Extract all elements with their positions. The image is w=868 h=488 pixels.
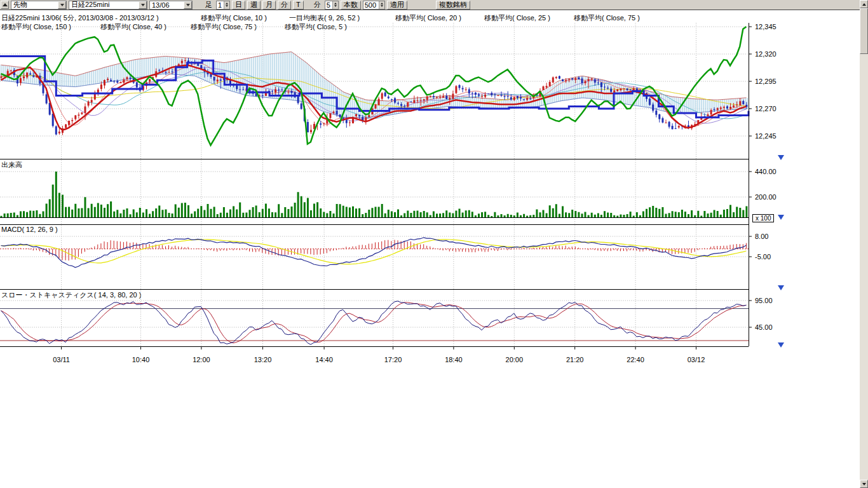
green-ma-line xyxy=(1,27,747,146)
x-axis-label: 03/11 xyxy=(53,356,70,363)
spinner-arrows-icon[interactable] xyxy=(224,1,229,9)
stoch-pane-toggle-icon[interactable] xyxy=(778,342,784,348)
y-axis-label: 12,295 xyxy=(755,78,776,85)
y-axis-label: 12,320 xyxy=(755,50,776,58)
apply-button[interactable]: 適用 xyxy=(387,1,407,10)
volume-scale-badge: x 100 xyxy=(752,214,774,222)
apply-count-value: 500 xyxy=(363,1,379,9)
scroll-down-button[interactable] xyxy=(860,480,868,488)
instrument-type-dropdown[interactable]: 先物 xyxy=(11,1,67,10)
period-minute-button[interactable]: 分 xyxy=(278,1,291,10)
bars-value: 5 xyxy=(325,1,332,9)
y-axis-label: 45.00 xyxy=(755,323,773,331)
period-month-button[interactable]: 月 xyxy=(262,1,276,10)
contract-month-dropdown[interactable]: 13/06 xyxy=(149,1,193,10)
x-axis-label: 21:20 xyxy=(566,356,584,363)
x-axis-label: 14:40 xyxy=(315,356,333,363)
bars-count-button[interactable]: 本数 xyxy=(341,1,361,10)
chevron-down-icon xyxy=(184,1,192,9)
toolbar: 先物 日経225mini 13/06 足 1 日 週 月 分 T 分 5 本数 … xyxy=(0,0,860,10)
macd-pane-toggle-icon[interactable] xyxy=(778,285,784,290)
chevron-down-icon xyxy=(58,1,66,9)
y-axis-label: 95.00 xyxy=(755,297,773,304)
macd-line xyxy=(1,238,747,268)
y-axis-label: 8.00 xyxy=(755,233,768,240)
y-axis-label: 200.00 xyxy=(755,193,776,201)
spinner-arrows-icon[interactable] xyxy=(379,1,384,9)
spinner-arrows-icon[interactable] xyxy=(332,1,338,9)
arrow-down-icon xyxy=(862,483,866,485)
grip-button[interactable] xyxy=(1,1,9,9)
unit-label: 分 xyxy=(312,0,323,10)
multi-symbol-button[interactable]: 複数銘柄 xyxy=(436,1,470,10)
x-axis-label: 22:40 xyxy=(627,356,644,363)
scroll-up-button[interactable] xyxy=(860,0,868,8)
chevron-down-icon xyxy=(139,1,147,9)
x-axis-label: 17:20 xyxy=(384,356,402,363)
volume-bars xyxy=(1,172,747,217)
symbol-value: 日経225mini xyxy=(71,0,110,10)
bars-spinner[interactable]: 5 xyxy=(325,1,339,10)
x-axis-label: 03/12 xyxy=(688,356,705,363)
volume-pane-toggle-icon[interactable] xyxy=(778,215,784,220)
candles-up xyxy=(1,60,742,133)
x-axis-label: 18:40 xyxy=(445,356,463,363)
vertical-scrollbar[interactable] xyxy=(860,0,868,488)
scrollbar-thumb[interactable] xyxy=(860,8,868,54)
macd-histogram xyxy=(1,240,747,261)
x-axis-label: 13:20 xyxy=(254,356,272,363)
bar-type-label: 足 xyxy=(203,0,214,10)
period-tick-button[interactable]: T xyxy=(293,1,304,10)
y-axis-label: 12,345 xyxy=(755,23,776,30)
y-axis-label: -5.00 xyxy=(755,253,771,261)
y-axis-label: 440.00 xyxy=(755,168,776,175)
period-day-button[interactable]: 日 xyxy=(232,1,245,10)
y-axis-label: 12,245 xyxy=(755,132,776,140)
interval-value: 1 xyxy=(217,1,224,9)
period-week-button[interactable]: 週 xyxy=(247,1,261,10)
x-axis-label: 12:00 xyxy=(193,356,210,363)
symbol-dropdown[interactable]: 日経225mini xyxy=(69,1,147,10)
interval-spinner[interactable]: 1 xyxy=(216,1,230,10)
price-pane-toggle-icon[interactable] xyxy=(778,155,784,160)
chart-area[interactable]: 12,34512,32012,29512,27012,245440.00200.… xyxy=(0,0,868,369)
contract-month-value: 13/06 xyxy=(152,1,170,9)
x-axis-label: 20:00 xyxy=(506,356,524,363)
instrument-type-value: 先物 xyxy=(13,0,27,10)
y-axis-label: 12,270 xyxy=(755,105,776,112)
arrow-up-icon xyxy=(862,3,866,6)
x-axis-label: 10:40 xyxy=(132,356,150,363)
apply-count-spinner[interactable]: 500 xyxy=(363,1,385,10)
triangle-up-icon xyxy=(3,3,8,6)
